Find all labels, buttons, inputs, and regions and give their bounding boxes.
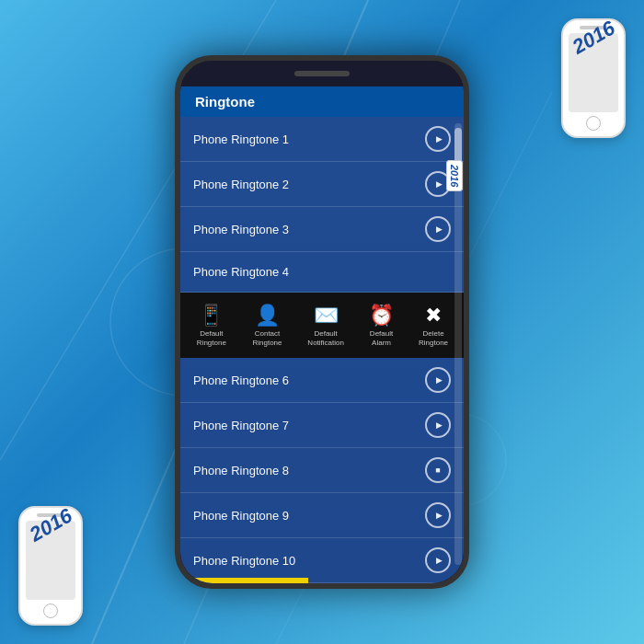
ringtone-text-2: Phone Ringtone 2 — [193, 178, 425, 191]
ringtone-text-8: Phone Ringtone 8 — [193, 464, 425, 477]
ringtone-text-4: Phone Ringtone 4 — [193, 265, 451, 279]
phone-decoration-top-right: 2016 — [561, 18, 626, 138]
ringtone-text-3: Phone Ringtone 3 — [193, 223, 425, 236]
ringtone-item-2[interactable]: Phone Ringtone 2 — [180, 162, 464, 207]
phone-speaker-area — [180, 61, 464, 86]
ringtone-item-1[interactable]: Phone Ringtone 1 — [180, 117, 464, 162]
main-phone-device: Ringtone Phone Ringtone 1 Phone Ringtone… — [175, 55, 469, 589]
default_alarm-label: Default Alarm — [362, 329, 401, 347]
play-btn-8[interactable] — [425, 457, 451, 483]
play-btn-10[interactable] — [425, 547, 451, 573]
default_notif-label: Default Notification — [301, 329, 351, 347]
default_alarm-icon: ⏰ — [369, 304, 394, 328]
context-menu-item-delete[interactable]: ✖ Delete Ringtone — [407, 300, 460, 351]
default_ring-label: Default Ringtone — [190, 329, 234, 347]
ringtone-item-9[interactable]: Phone Ringtone 9 — [180, 493, 464, 538]
context-menu: 📱 Default Ringtone 👤 Contact Ringtone ✉️… — [180, 293, 464, 358]
ringtone-text-9: Phone Ringtone 9 — [193, 509, 425, 523]
play-btn-3[interactable] — [425, 216, 451, 242]
context-menu-item-default_ring[interactable]: 📱 Default Ringtone — [184, 300, 239, 351]
play-btn-6[interactable] — [425, 367, 451, 393]
scroll-year-label: 2016 — [446, 160, 463, 191]
play-btn-7[interactable] — [425, 412, 451, 438]
speaker-bar — [294, 71, 350, 76]
ringtone-item-6[interactable]: Phone Ringtone 6 — [180, 358, 464, 403]
app-bar: Ringtone — [180, 86, 464, 117]
ringtone-text-7: Phone Ringtone 7 — [193, 419, 425, 432]
delete-label: Delete Ringtone — [412, 329, 454, 347]
default_notif-icon: ✉️ — [314, 304, 339, 328]
ringtone-item-8[interactable]: Phone Ringtone 8 — [180, 448, 464, 493]
contact_ring-label: Contact Ringtone — [245, 329, 291, 347]
ringtone-item-3[interactable]: Phone Ringtone 3 — [180, 207, 464, 252]
delete-icon: ✖ — [425, 304, 442, 328]
contact_ring-icon: 👤 — [255, 304, 280, 328]
seek-bar — [180, 578, 308, 583]
ringtone-item-7[interactable]: Phone Ringtone 7 — [180, 403, 464, 448]
default_ring-icon: 📱 — [199, 304, 224, 328]
play-btn-1[interactable] — [425, 126, 451, 152]
play-btn-9[interactable] — [425, 502, 451, 528]
ringtone-list: Phone Ringtone 1 Phone Ringtone 2 Phone … — [180, 117, 464, 583]
phone-decoration-bottom-left: 2016 — [18, 506, 83, 626]
ringtone-text-1: Phone Ringtone 1 — [193, 132, 425, 146]
ringtone-text-10: Phone Ringtone 10 — [193, 554, 425, 568]
context-menu-item-contact_ring[interactable]: 👤 Contact Ringtone — [239, 300, 296, 351]
ringtone-text-6: Phone Ringtone 6 — [193, 374, 425, 387]
context-menu-item-default_alarm[interactable]: ⏰ Default Alarm — [356, 300, 407, 351]
app-title: Ringtone — [195, 94, 255, 109]
ringtone-item-10[interactable]: Phone Ringtone 10 — [180, 538, 464, 583]
context-menu-item-default_notif[interactable]: ✉️ Default Notification — [295, 300, 356, 351]
ringtone-item-4[interactable]: Phone Ringtone 4 — [180, 252, 464, 293]
phone-screen: Ringtone Phone Ringtone 1 Phone Ringtone… — [180, 86, 464, 583]
